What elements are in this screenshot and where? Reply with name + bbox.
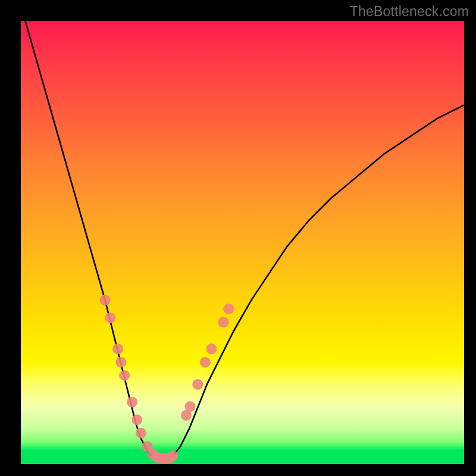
- highlight-dot: [127, 397, 137, 408]
- highlight-dot: [131, 415, 142, 425]
- curve-right-branch: [171, 105, 464, 458]
- curve-layer: [21, 21, 464, 464]
- highlight-dot: [168, 450, 178, 461]
- curve-left-branch: [25, 21, 154, 458]
- highlight-dot: [119, 370, 130, 381]
- bottleneck-curve: [25, 21, 464, 460]
- highlight-dot: [112, 343, 123, 354]
- plot-area: [21, 21, 464, 464]
- highlight-dot: [206, 343, 217, 354]
- highlight-dot: [105, 312, 115, 323]
- highlight-dot: [200, 357, 211, 368]
- highlight-dot: [100, 295, 111, 305]
- highlight-dot: [223, 303, 234, 314]
- highlight-dot: [192, 379, 203, 390]
- highlight-dot: [115, 357, 126, 368]
- watermark-text: TheBottleneck.com: [350, 4, 469, 20]
- highlight-dot: [185, 401, 196, 412]
- highlight-dots: [100, 295, 234, 464]
- chart-frame: TheBottleneck.com: [0, 0, 476, 476]
- highlight-dot: [136, 428, 146, 439]
- highlight-dot: [218, 317, 228, 328]
